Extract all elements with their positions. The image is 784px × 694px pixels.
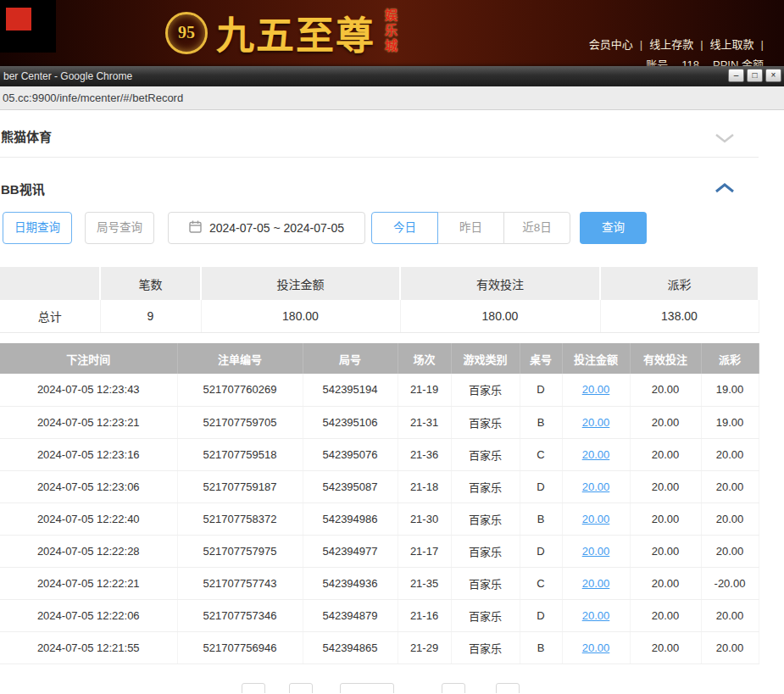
maximize-button[interactable]: □ — [747, 69, 763, 82]
minimize-button[interactable]: – — [728, 69, 744, 82]
table-row: 2024-07-05 12:22:06521707757346542394879… — [0, 599, 759, 631]
chevron-up-icon[interactable] — [714, 181, 735, 197]
close-button[interactable]: × — [765, 69, 781, 82]
bet-cell: 21-30 — [398, 502, 451, 535]
round-query-tab[interactable]: 局号查询 — [85, 212, 154, 244]
bet-cell: 2024-07-05 12:23:43 — [0, 374, 177, 406]
bet-cell: 20.00 — [562, 631, 630, 663]
bet-cell: 21-29 — [398, 631, 451, 663]
screen: 95 九五至尊 娱乐城 会员中心|线上存款|线上取款| 账号118PPIN 金额… — [0, 0, 784, 694]
chevron-down-icon[interactable] — [714, 132, 735, 147]
bet-cell: 521707757346 — [177, 599, 303, 631]
bet-cell: 20.00 — [562, 406, 630, 438]
bet-cell: 542394936 — [303, 567, 398, 599]
summary-table: 笔数投注金额有效投注派彩 总计9180.00180.00138.00 — [0, 267, 759, 333]
bet-cell: 20.00 — [562, 502, 630, 535]
yesterday-button[interactable]: 昨日 — [437, 212, 504, 244]
bet-amount-link[interactable]: 20.00 — [582, 577, 610, 590]
bet-table-header-row: 下注时间注单编号局号场次游戏类别桌号投注金额有效投注派彩 — [0, 343, 759, 374]
nav-separator: | — [761, 38, 764, 51]
bet-cell: 20.00 — [562, 438, 630, 470]
bet-cell: D — [520, 599, 562, 631]
date-range-picker[interactable]: 2024-07-05 ~ 2024-07-05 — [168, 212, 365, 244]
bet-cell: 542395194 — [303, 374, 398, 406]
bet-cell: B — [520, 502, 562, 535]
bet-amount-link[interactable]: 20.00 — [582, 641, 610, 654]
site-logo: 95 九五至尊 娱乐城 — [165, 5, 399, 60]
pagination-size-select[interactable] — [340, 683, 394, 693]
pagination-page-button[interactable] — [289, 683, 313, 693]
bet-cell: 542394865 — [303, 631, 398, 663]
section-title: 熊猫体育 — [1, 127, 52, 145]
bet-cell: -20.00 — [701, 567, 759, 599]
bet-cell: D — [520, 535, 562, 567]
last-8-days-button[interactable]: 近8日 — [503, 212, 570, 244]
corner-red-box — [6, 8, 31, 31]
bet-cell: 521707756946 — [177, 631, 303, 663]
bet-header-cell: 有效投注 — [630, 343, 701, 374]
table-row: 2024-07-05 12:22:28521707757975542394977… — [0, 535, 759, 567]
summary-header-cell: 投注金额 — [201, 267, 400, 300]
logo-emblem-icon: 95 — [165, 12, 208, 54]
table-row: 2024-07-05 12:23:21521707759705542395106… — [0, 406, 759, 438]
window-controls: – □ × — [728, 69, 781, 82]
bet-amount-link[interactable]: 20.00 — [582, 416, 610, 429]
pagination-next-button[interactable] — [442, 683, 465, 693]
bet-cell: 百家乐 — [451, 406, 520, 438]
bet-amount-link[interactable]: 20.00 — [582, 513, 610, 525]
bet-cell: 20.00 — [630, 438, 701, 470]
bet-amount-link[interactable]: 20.00 — [582, 609, 610, 622]
bet-cell: B — [520, 406, 562, 438]
bet-cell: 20.00 — [630, 406, 701, 438]
corner-overlay — [0, 0, 56, 53]
bet-cell: 20.00 — [630, 374, 701, 406]
bet-cell: 20.00 — [562, 567, 630, 599]
nav-link[interactable]: 会员中心 — [589, 38, 633, 51]
bet-cell: 2024-07-05 12:22:28 — [0, 535, 177, 567]
bet-cell: 21-19 — [398, 374, 451, 406]
nav-link[interactable]: 线上存款 — [649, 38, 693, 51]
nav-link[interactable]: 线上取款 — [710, 38, 754, 51]
bet-cell: 521707760269 — [177, 374, 303, 406]
bet-cell: 2024-07-05 12:22:06 — [0, 599, 177, 631]
date-query-tab[interactable]: 日期查询 — [3, 212, 72, 244]
summary-value-cell: 9 — [100, 300, 201, 332]
bet-cell: 百家乐 — [451, 567, 520, 599]
summary-value-cell: 138.00 — [600, 300, 759, 332]
bet-cell: 542395106 — [303, 406, 398, 438]
bet-cell: 2024-07-05 12:22:40 — [0, 502, 177, 535]
table-row: 2024-07-05 12:21:55521707756946542394865… — [0, 631, 759, 663]
bet-header-cell: 投注金额 — [562, 343, 630, 374]
section-panda-sports[interactable]: 熊猫体育 — [0, 120, 759, 158]
bet-amount-link[interactable]: 20.00 — [582, 448, 610, 461]
bet-cell: 20.00 — [562, 599, 630, 631]
bet-cell: 521707759705 — [177, 406, 303, 438]
bet-cell: C — [520, 438, 562, 470]
bet-cell: 21-35 — [398, 567, 451, 599]
table-row: 2024-07-05 12:22:21521707757743542394936… — [0, 567, 759, 599]
bet-cell: 2024-07-05 12:22:21 — [0, 567, 177, 599]
summary-header-cell: 有效投注 — [400, 267, 600, 300]
bet-cell: D — [520, 374, 562, 406]
table-row: 2024-07-05 12:23:06521707759187542395087… — [0, 470, 759, 502]
browser-window: ber Center - Google Chrome – □ × 05.cc:9… — [0, 66, 784, 694]
url-text[interactable]: 05.cc:9900/infe/mcenter/#/betRecord — [3, 92, 183, 104]
section-bb-video[interactable]: BB视讯 — [0, 171, 759, 205]
bet-cell: 542395076 — [303, 438, 398, 470]
pagination-prev-button[interactable] — [242, 683, 265, 693]
bet-header-cell: 游戏类别 — [451, 343, 520, 374]
browser-titlebar[interactable]: ber Center - Google Chrome – □ × — [0, 66, 784, 86]
summary-header-cell: 派彩 — [600, 267, 759, 300]
bet-amount-link[interactable]: 20.00 — [582, 383, 610, 396]
bet-cell: B — [520, 631, 562, 663]
bet-cell: 542394977 — [303, 535, 398, 567]
bet-amount-link[interactable]: 20.00 — [582, 545, 610, 558]
bet-header-cell: 场次 — [398, 343, 451, 374]
bet-cell: 20.00 — [630, 599, 701, 631]
search-button[interactable]: 查询 — [580, 212, 647, 244]
bet-header-cell: 派彩 — [701, 343, 759, 374]
today-button[interactable]: 今日 — [371, 212, 438, 244]
pagination-jump-button[interactable] — [496, 683, 520, 693]
bet-cell: 20.00 — [701, 502, 759, 535]
bet-amount-link[interactable]: 20.00 — [582, 480, 610, 493]
